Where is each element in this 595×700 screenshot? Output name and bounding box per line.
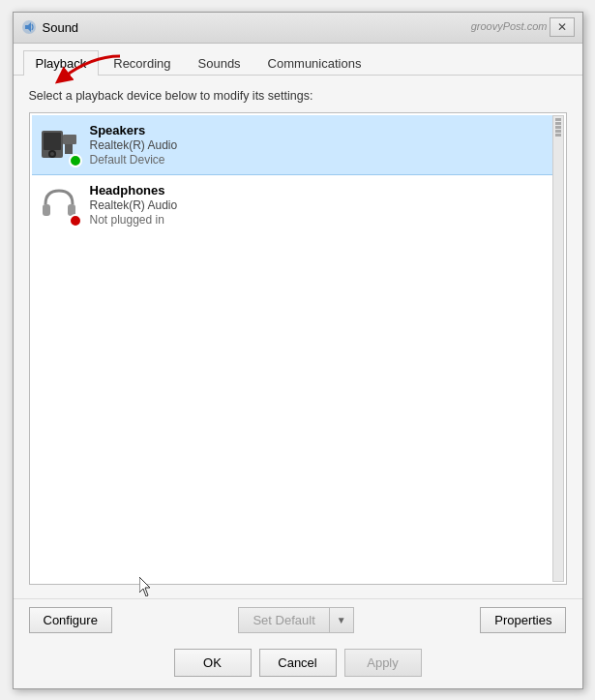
headphones-driver: Realtek(R) Audio [90,198,178,212]
instruction-text: Select a playback device below to modify… [29,89,567,103]
svg-rect-7 [63,135,76,144]
svg-rect-4 [44,133,61,150]
scrollbar-bar [555,118,561,121]
set-default-button[interactable]: Set Default [238,607,328,633]
device-item-headphones[interactable]: Headphones Realtek(R) Audio Not plugged … [32,175,564,235]
watermark: groovyPost.com [471,20,548,32]
headphones-status: Not plugged in [90,213,178,227]
set-default-dropdown-button[interactable]: ▼ [329,607,354,633]
scrollbar[interactable] [552,115,564,582]
bottom-buttons: Configure Set Default ▼ Properties [14,598,582,641]
close-button[interactable]: ✕ [550,17,575,37]
properties-button[interactable]: Properties [480,607,566,633]
device-item-speakers[interactable]: Speakers Realtek(R) Audio Default Device [32,115,564,175]
content-area: Select a playback device below to modify… [14,76,582,598]
headphones-info: Headphones Realtek(R) Audio Not plugged … [90,183,178,227]
configure-button[interactable]: Configure [29,607,112,633]
footer-buttons: OK Cancel Apply [14,641,582,688]
sound-dialog: Sound groovyPost.com ✕ Playback Recordin… [13,12,583,689]
speakers-status: Default Device [90,153,178,167]
device-list-inner: Speakers Realtek(R) Audio Default Device [30,113,566,237]
tab-communications[interactable]: Communications [255,50,374,76]
speakers-icon-wrapper [38,123,80,166]
headphones-name: Headphones [90,183,178,198]
svg-point-6 [50,152,54,156]
tabs-container: Playback Recording Sounds Communications [14,44,582,76]
svg-rect-8 [43,204,50,216]
apply-button[interactable]: Apply [344,649,422,677]
scrollbar-bar [555,122,561,125]
scrollbar-bar [555,126,561,129]
tab-recording[interactable]: Recording [101,50,183,76]
speakers-info: Speakers Realtek(R) Audio Default Device [90,123,178,167]
speakers-driver: Realtek(R) Audio [90,138,178,152]
scrollbar-bar [555,130,561,133]
cancel-button[interactable]: Cancel [259,649,337,677]
speakers-name: Speakers [90,123,178,137]
set-default-group: Set Default ▼ [238,607,353,633]
title-bar-left: Sound [21,19,79,35]
speakers-status-badge [69,154,82,167]
tab-sounds[interactable]: Sounds [186,50,253,76]
sound-icon [21,19,37,35]
scrollbar-bar [555,134,561,137]
tab-playback[interactable]: Playback [23,50,100,76]
headphones-icon-wrapper [38,183,80,226]
ok-button[interactable]: OK [174,649,252,677]
headphones-status-badge [69,214,82,228]
window-title: Sound [43,20,79,35]
title-bar: Sound groovyPost.com ✕ [14,13,582,44]
device-list[interactable]: Speakers Realtek(R) Audio Default Device [29,112,567,585]
